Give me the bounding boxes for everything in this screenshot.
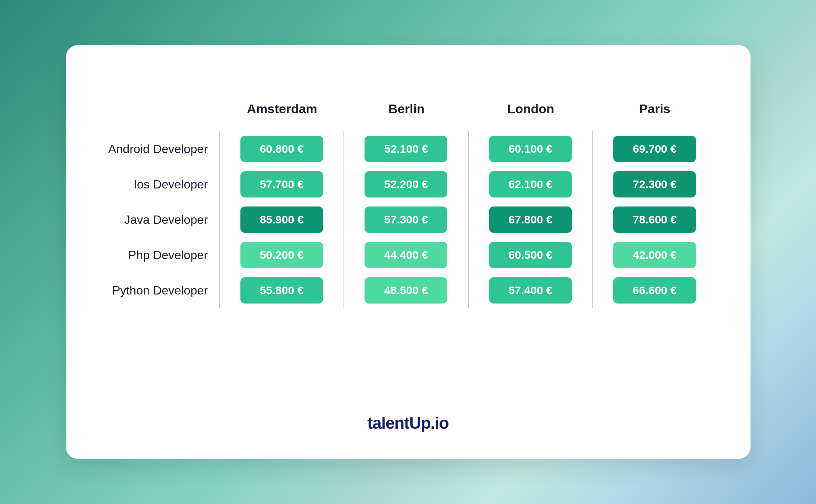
- table-row: Java Developer85.900 €57.300 €67.800 €78…: [100, 202, 717, 237]
- salary-badge: 52.100 €: [365, 136, 447, 162]
- main-card: Amsterdam Berlin London Paris Android De…: [66, 45, 751, 459]
- salary-badge: 48.500 €: [365, 277, 447, 304]
- salary-badge: 69.700 €: [613, 136, 696, 162]
- table-row: Python Developer55.800 €48.500 €57.400 €…: [100, 273, 717, 308]
- salary-badge: 60.800 €: [240, 136, 323, 162]
- salary-badge: 57.300 €: [365, 206, 447, 233]
- salary-badge: 42.000 €: [613, 242, 696, 268]
- salary-badge: 60.500 €: [489, 242, 572, 268]
- salary-cell-4-3: 66.600 €: [593, 273, 716, 308]
- row-label-2: Java Developer: [100, 202, 220, 237]
- salary-cell-2-2: 67.800 €: [469, 202, 593, 237]
- salary-cell-0-3: 69.700 €: [593, 131, 716, 167]
- salary-cell-2-0: 85.900 €: [220, 202, 345, 237]
- salary-badge: 50.200 €: [240, 242, 323, 268]
- salary-badge: 57.700 €: [240, 171, 323, 197]
- col-header-berlin: Berlin: [344, 102, 469, 131]
- salary-cell-1-2: 62.100 €: [469, 167, 593, 202]
- col-header-role: [100, 102, 220, 131]
- row-label-4: Python Developer: [100, 273, 220, 308]
- col-header-paris: Paris: [593, 102, 716, 131]
- salary-cell-3-1: 44.400 €: [344, 237, 469, 273]
- salary-cell-4-2: 57.400 €: [469, 273, 593, 308]
- row-label-1: Ios Developer: [100, 167, 220, 202]
- salary-badge: 62.100 €: [489, 171, 572, 197]
- col-header-amsterdam: Amsterdam: [220, 102, 345, 131]
- brand-logo: talentUp.io: [100, 414, 717, 433]
- salary-cell-0-1: 52.100 €: [344, 131, 469, 167]
- salary-cell-3-2: 60.500 €: [469, 237, 593, 273]
- salary-badge: 55.800 €: [240, 277, 323, 304]
- row-label-0: Android Developer: [100, 131, 220, 167]
- row-label-3: Php Developer: [100, 237, 220, 273]
- table-row: Php Developer50.200 €44.400 €60.500 €42.…: [100, 237, 717, 273]
- salary-cell-3-0: 50.200 €: [220, 237, 345, 273]
- salary-badge: 57.400 €: [489, 277, 572, 304]
- salary-cell-0-0: 60.800 €: [220, 131, 345, 167]
- salary-cell-1-0: 57.700 €: [220, 167, 345, 202]
- salary-cell-2-3: 78.600 €: [593, 202, 716, 237]
- salary-cell-4-1: 48.500 €: [344, 273, 469, 308]
- salary-badge: 44.400 €: [365, 242, 447, 268]
- salary-badge: 78.600 €: [613, 206, 696, 233]
- salary-badge: 52.200 €: [365, 171, 447, 197]
- salary-cell-3-3: 42.000 €: [593, 237, 716, 273]
- salary-cell-1-1: 52.200 €: [344, 167, 469, 202]
- salary-badge: 66.600 €: [613, 277, 696, 304]
- table-row: Android Developer60.800 €52.100 €60.100 …: [100, 131, 717, 167]
- salary-table: Amsterdam Berlin London Paris Android De…: [100, 102, 717, 308]
- salary-cell-1-3: 72.300 €: [593, 167, 716, 202]
- salary-badge: 85.900 €: [240, 206, 323, 233]
- table-row: Ios Developer57.700 €52.200 €62.100 €72.…: [100, 167, 717, 202]
- salary-cell-4-0: 55.800 €: [220, 273, 345, 308]
- salary-badge: 60.100 €: [489, 136, 572, 162]
- salary-badge: 72.300 €: [613, 171, 696, 197]
- salary-cell-2-1: 57.300 €: [344, 202, 469, 237]
- salary-cell-0-2: 60.100 €: [469, 131, 593, 167]
- col-header-london: London: [469, 102, 593, 131]
- salary-badge: 67.800 €: [489, 206, 572, 233]
- salary-table-container: Amsterdam Berlin London Paris Android De…: [100, 102, 717, 391]
